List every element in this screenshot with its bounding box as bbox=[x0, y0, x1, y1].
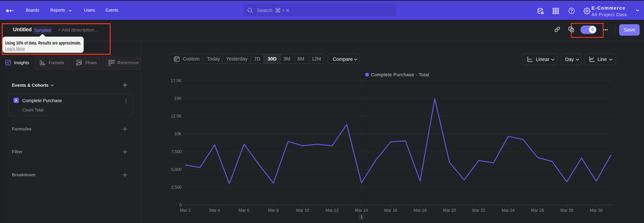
svg-text:Mar 10: Mar 10 bbox=[296, 208, 309, 212]
svg-text:17.5K: 17.5K bbox=[171, 78, 182, 83]
svg-text:2,500: 2,500 bbox=[171, 185, 182, 189]
svg-text:12.5K: 12.5K bbox=[171, 114, 182, 118]
svg-text:Mar 30: Mar 30 bbox=[590, 208, 603, 212]
svg-text:Mar 12: Mar 12 bbox=[326, 208, 338, 212]
svg-text:15K: 15K bbox=[174, 96, 182, 101]
svg-text:Mar 4: Mar 4 bbox=[209, 208, 220, 212]
svg-text:7,500: 7,500 bbox=[171, 149, 182, 154]
svg-text:Mar 18: Mar 18 bbox=[414, 208, 427, 212]
svg-text:5,000: 5,000 bbox=[171, 167, 182, 172]
svg-text:Mar 2: Mar 2 bbox=[180, 208, 191, 212]
svg-text:Mar 8: Mar 8 bbox=[268, 208, 279, 212]
svg-text:Mar 6: Mar 6 bbox=[239, 208, 250, 212]
svg-text:Mar 26: Mar 26 bbox=[531, 208, 544, 212]
svg-text:10K: 10K bbox=[174, 131, 182, 136]
svg-text:Mar 28: Mar 28 bbox=[560, 208, 574, 212]
svg-text:Mar 14: Mar 14 bbox=[355, 208, 368, 212]
svg-text:Mar 16: Mar 16 bbox=[384, 208, 397, 212]
svg-text:Mar 20: Mar 20 bbox=[443, 208, 456, 212]
svg-text:Mar 24: Mar 24 bbox=[502, 208, 515, 212]
svg-text:0: 0 bbox=[179, 202, 182, 207]
svg-text:Mar 22: Mar 22 bbox=[472, 208, 485, 212]
